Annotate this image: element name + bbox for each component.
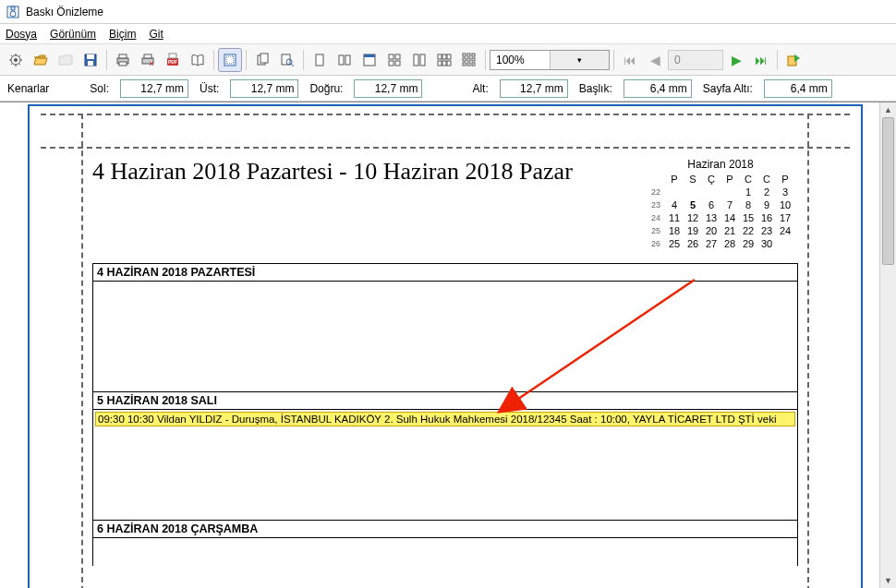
svg-rect-14	[169, 54, 176, 58]
day-body-wed	[92, 538, 798, 566]
svg-rect-43	[472, 58, 475, 61]
menu-dosya[interactable]: Dosya	[6, 28, 37, 41]
svg-rect-46	[472, 63, 475, 66]
svg-rect-22	[339, 55, 344, 65]
baslik-input[interactable]	[624, 79, 692, 98]
svg-rect-34	[447, 54, 451, 59]
quick-print-icon[interactable]	[136, 48, 160, 72]
menu-bicim[interactable]: Biçim	[109, 28, 136, 41]
first-page-icon[interactable]: ⏮	[618, 48, 642, 72]
svg-rect-28	[389, 61, 394, 66]
chevron-down-icon[interactable]: ▾	[550, 51, 610, 69]
svg-rect-11	[144, 54, 151, 58]
svg-rect-27	[395, 54, 400, 59]
svg-rect-45	[467, 63, 470, 66]
page-area: 4 Haziran 2018 Pazartesi - 10 Haziran 20…	[0, 102, 879, 588]
svg-rect-31	[420, 54, 425, 66]
svg-rect-29	[395, 61, 400, 66]
day-head-mon: 4 HAZİRAN 2018 PAZARTESİ	[92, 264, 798, 282]
scroll-thumb[interactable]	[882, 117, 894, 265]
svg-rect-21	[316, 54, 323, 66]
scroll-down-icon[interactable]: ▼	[880, 573, 896, 588]
svg-rect-5	[87, 54, 94, 59]
app-icon	[6, 5, 20, 19]
last-page-icon[interactable]: ⏭	[749, 48, 773, 72]
svg-rect-35	[438, 61, 442, 66]
svg-rect-32	[438, 54, 442, 59]
next-page-icon[interactable]: ▶	[724, 48, 748, 72]
svg-rect-39	[467, 54, 470, 56]
ust-input[interactable]	[230, 79, 298, 98]
svg-rect-38	[463, 54, 466, 56]
svg-point-3	[14, 58, 18, 62]
mini-cal-title: Haziran 2018	[647, 158, 794, 171]
scroll-up-icon[interactable]: ▲	[880, 102, 896, 117]
page-number-field: 0	[668, 50, 723, 70]
margins-toggle-icon[interactable]	[218, 48, 242, 72]
window-title: Baskı Önizleme	[26, 6, 103, 18]
svg-rect-37	[447, 61, 451, 66]
view-grid6-icon[interactable]	[432, 48, 456, 72]
svg-rect-44	[463, 63, 466, 66]
pdf-icon[interactable]: PDF	[161, 48, 185, 72]
copy-icon[interactable]	[250, 48, 274, 72]
sayfaalti-input[interactable]	[764, 79, 832, 98]
view-full-icon[interactable]	[357, 48, 381, 72]
margins-bar: Kenarlar Sol: Üst: Doğru: Alt: Başlık: S…	[0, 76, 896, 102]
svg-rect-40	[472, 54, 475, 56]
zoom-value: 100%	[490, 54, 550, 66]
svg-rect-26	[389, 54, 394, 59]
vertical-scrollbar[interactable]: ▲ ▼	[879, 102, 896, 588]
svg-rect-18	[260, 54, 268, 63]
book-icon[interactable]	[186, 48, 210, 72]
svg-rect-9	[119, 62, 127, 66]
titlebar: Baskı Önizleme	[0, 0, 896, 24]
svg-rect-6	[88, 61, 93, 66]
dogru-input[interactable]	[354, 79, 422, 98]
menu-git[interactable]: Git	[149, 28, 163, 41]
print-icon[interactable]	[111, 48, 135, 72]
menubar: Dosya Görünüm Biçim Git	[0, 24, 896, 44]
svg-text:PDF: PDF	[168, 59, 177, 65]
svg-rect-8	[119, 54, 127, 58]
folder-icon[interactable]	[54, 48, 78, 72]
week-heading: 4 Haziran 2018 Pazartesi - 10 Haziran 20…	[92, 156, 643, 186]
margins-label: Kenarlar	[7, 82, 49, 95]
view-single-icon[interactable]	[308, 48, 332, 72]
svg-rect-41	[463, 58, 466, 61]
svg-rect-23	[345, 55, 350, 65]
alt-label: Alt:	[472, 82, 488, 95]
svg-rect-30	[414, 54, 418, 66]
svg-rect-36	[442, 61, 446, 66]
baslik-label: Başlık:	[579, 82, 612, 95]
open-icon[interactable]	[29, 48, 53, 72]
zoom-combo[interactable]: 100% ▾	[490, 50, 610, 70]
mini-calendar: Haziran 2018 PSÇPCCP22123234567891024111…	[643, 158, 798, 250]
day-body-tue: 09:30 10:30 Vildan YILDIZ - Duruşma, İST…	[92, 410, 798, 521]
event-tue-0930: 09:30 10:30 Vildan YILDIZ - Duruşma, İST…	[95, 412, 795, 426]
alt-input[interactable]	[500, 79, 568, 98]
find-icon[interactable]	[275, 48, 299, 72]
view-grid4-icon[interactable]	[382, 48, 406, 72]
sol-label: Sol:	[90, 82, 109, 95]
sol-input[interactable]	[120, 79, 188, 98]
day-head-wed: 6 HAZİRAN 2018 ÇARŞAMBA	[92, 521, 798, 538]
menu-gorunum[interactable]: Görünüm	[50, 28, 96, 41]
toolbar: PDF 100% ▾ ⏮ ◀ 0 ▶ ⏭	[0, 44, 896, 76]
svg-rect-42	[467, 58, 470, 61]
close-preview-icon[interactable]	[781, 48, 805, 72]
save-icon[interactable]	[79, 48, 103, 72]
page-preview: 4 Haziran 2018 Pazartesi - 10 Haziran 20…	[28, 104, 863, 588]
svg-rect-25	[364, 54, 375, 57]
view-grid2h-icon[interactable]	[407, 48, 431, 72]
page-content: 4 Haziran 2018 Pazartesi - 10 Haziran 20…	[92, 156, 798, 588]
workspace: 4 Haziran 2018 Pazartesi - 10 Haziran 20…	[0, 102, 896, 588]
day-body-mon	[92, 282, 798, 392]
day-head-tue: 5 HAZİRAN 2018 SALI	[92, 392, 798, 410]
gear-icon[interactable]	[4, 48, 28, 72]
view-facing-icon[interactable]	[333, 48, 357, 72]
dogru-label: Doğru:	[309, 82, 343, 95]
view-thumbnails-icon[interactable]	[457, 48, 481, 72]
sayfaalti-label: Sayfa Altı:	[703, 82, 753, 95]
prev-page-icon[interactable]: ◀	[643, 48, 667, 72]
